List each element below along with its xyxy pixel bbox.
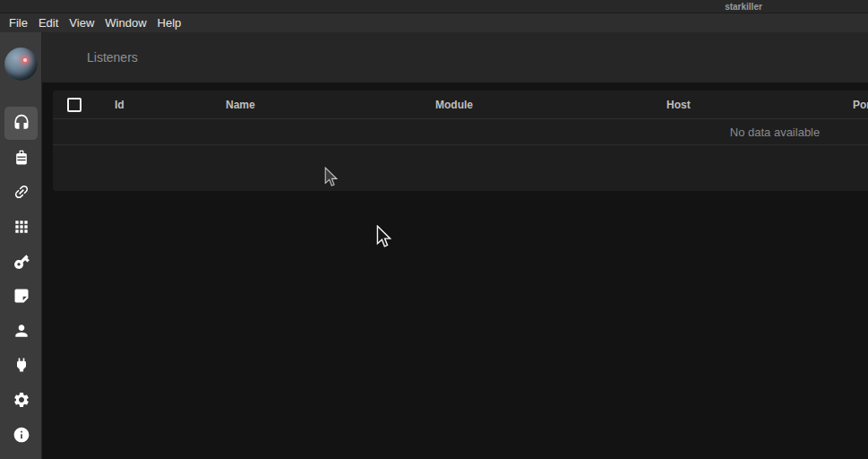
no-data-text: No data available bbox=[730, 119, 820, 145]
menu-help[interactable]: Help bbox=[152, 13, 187, 32]
column-header-port[interactable]: Port bbox=[853, 91, 868, 119]
menu-file[interactable]: File bbox=[4, 13, 33, 32]
sidebar-item-users[interactable] bbox=[0, 314, 42, 349]
page-title: Listeners bbox=[87, 50, 138, 65]
apps-grid-icon bbox=[13, 218, 30, 236]
person-icon bbox=[13, 322, 30, 340]
sidebar-item-modules[interactable] bbox=[0, 210, 42, 245]
table-footer bbox=[53, 145, 868, 190]
sidebar-nav bbox=[0, 106, 42, 452]
sidebar-item-link[interactable] bbox=[0, 175, 42, 210]
note-icon bbox=[13, 287, 30, 305]
starkiller-logo bbox=[4, 48, 38, 81]
info-icon bbox=[13, 426, 30, 444]
listeners-table: Id Name Module Host Port No data availab… bbox=[53, 91, 868, 191]
starkiller-app-window: starkiller File Edit View Window Help bbox=[0, 0, 868, 459]
menu-window[interactable]: Window bbox=[99, 13, 151, 32]
luggage-icon bbox=[13, 149, 30, 167]
column-header-name[interactable]: Name bbox=[226, 91, 255, 119]
main-content: Id Name Module Host Port No data availab… bbox=[42, 82, 868, 459]
sidebar-item-about[interactable] bbox=[0, 417, 42, 452]
select-all-checkbox[interactable] bbox=[67, 98, 82, 112]
sidebar-item-listeners[interactable] bbox=[0, 106, 42, 141]
sidebar bbox=[0, 32, 42, 459]
headset-icon bbox=[13, 114, 30, 132]
column-header-host[interactable]: Host bbox=[666, 91, 691, 119]
sidebar-item-settings[interactable] bbox=[0, 383, 42, 418]
listeners-toolbar: Listeners bbox=[42, 32, 868, 82]
sidebar-item-credentials[interactable] bbox=[0, 244, 42, 279]
gear-icon bbox=[13, 391, 30, 409]
link-icon bbox=[13, 183, 30, 201]
plug-icon bbox=[13, 356, 30, 374]
sidebar-item-plugins[interactable] bbox=[0, 348, 42, 383]
key-icon bbox=[13, 253, 30, 271]
menu-view[interactable]: View bbox=[64, 13, 99, 32]
window-titlebar: starkiller bbox=[0, 0, 868, 13]
column-header-id[interactable]: Id bbox=[115, 91, 125, 119]
sidebar-item-stagers[interactable] bbox=[0, 141, 42, 176]
table-header-row: Id Name Module Host Port bbox=[53, 91, 868, 119]
window-title: starkiller bbox=[725, 2, 762, 12]
table-empty-row: No data available bbox=[53, 119, 868, 145]
menubar: File Edit View Window Help bbox=[0, 13, 868, 32]
column-header-module[interactable]: Module bbox=[435, 91, 473, 119]
sidebar-item-reporting[interactable] bbox=[0, 279, 42, 314]
menu-edit[interactable]: Edit bbox=[33, 13, 64, 32]
